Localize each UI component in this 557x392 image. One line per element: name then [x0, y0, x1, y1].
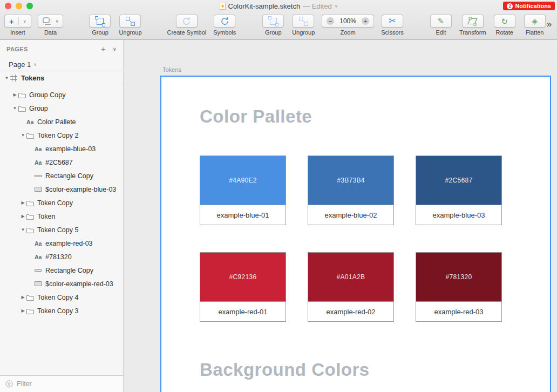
- artboard-tokens[interactable]: Color Pallete #4A90E2example-blue-01#3B7…: [160, 76, 551, 392]
- minimize-button[interactable]: [16, 3, 22, 9]
- layer-row-token-copy-3[interactable]: ▶Token Copy 3: [0, 304, 123, 317]
- toolbar-button-data[interactable]: ∨Data: [38, 15, 64, 36]
- toolbar-label: Create Symbol: [167, 29, 206, 36]
- group-icon[interactable]: [262, 15, 284, 28]
- folder-layer-icon: [26, 294, 37, 301]
- disclosure-closed-icon[interactable]: ▶: [19, 308, 26, 313]
- layer-label: #2C5687: [45, 159, 73, 166]
- swatch-hex-value: #3B73B4: [337, 177, 364, 184]
- layer-label: Token Copy 4: [37, 294, 78, 301]
- disclosure-closed-icon[interactable]: ▶: [19, 200, 26, 205]
- transform-icon[interactable]: [462, 15, 484, 28]
- toolbar-button-flatten[interactable]: ◈Flatten: [523, 15, 547, 36]
- page-item-page-1[interactable]: Page 1 ∨: [0, 58, 123, 71]
- line-layer-icon: [35, 174, 45, 178]
- layer-row-color-example-red-03[interactable]: $color-example-red-03: [0, 277, 123, 290]
- document-name: ColorKit-sample.sketch: [228, 2, 301, 10]
- disclosure-closed-icon[interactable]: ▶: [19, 214, 26, 219]
- toolbar-overflow-button[interactable]: »: [547, 19, 553, 30]
- layer-row-token-copy-2[interactable]: ▼Token Copy 2: [0, 129, 123, 142]
- toolbar-button-group[interactable]: Group: [88, 15, 112, 36]
- artboard-title[interactable]: Tokens: [162, 66, 181, 73]
- palette-heading: Color Pallete: [200, 106, 312, 127]
- traffic-lights: [5, 3, 33, 9]
- disclosure-open-icon[interactable]: ▼: [11, 106, 18, 111]
- layer-row-token[interactable]: ▶Token: [0, 209, 123, 223]
- toolbar-group: +∨Insert∨Data: [4, 15, 63, 36]
- toolbar-button-rotate[interactable]: ↻Rotate: [493, 15, 517, 36]
- layer-row-group-copy[interactable]: ▶Group Copy: [0, 88, 123, 102]
- pages-title: PAGES: [6, 46, 28, 52]
- layer-label: $color-example-red-03: [45, 280, 113, 288]
- pages-collapse-icon[interactable]: ∨: [113, 46, 117, 52]
- flatten-icon[interactable]: ◈: [524, 15, 546, 28]
- swatch-example-red-01[interactable]: #C92136example-red-01: [200, 252, 286, 322]
- scissors-icon[interactable]: ✂: [382, 15, 403, 28]
- toolbar-button-insert[interactable]: +∨Insert: [4, 15, 31, 36]
- canvas[interactable]: Tokens Color Pallete #4A90E2example-blue…: [124, 40, 557, 392]
- layer-row-color-example-blue-03[interactable]: $color-example-blue-03: [0, 183, 123, 196]
- disclosure-open-icon[interactable]: ▼: [19, 133, 26, 138]
- swatch-example-red-02[interactable]: #A01A2Bexample-red-02: [308, 252, 394, 322]
- swatch-color-block: #781320: [416, 253, 501, 301]
- swatch-example-blue-01[interactable]: #4A90E2example-blue-01: [200, 156, 286, 225]
- ungroup-icon[interactable]: [119, 15, 141, 28]
- window-chrome: ColorKit-sample.sketch — Edited ∨ 2 Noti…: [0, 0, 557, 40]
- symbols-icon[interactable]: [214, 15, 235, 28]
- toolbar-button-group[interactable]: Group: [261, 15, 285, 36]
- fullscreen-button[interactable]: [26, 3, 33, 9]
- toolbar-button-ungroup[interactable]: Ungroup: [291, 15, 315, 36]
- rotate-icon[interactable]: ↻: [494, 15, 515, 28]
- add-page-button[interactable]: +: [101, 44, 106, 53]
- toolbar-button-symbols[interactable]: Symbols: [213, 15, 236, 36]
- layer-row-group[interactable]: ▼Group: [0, 102, 123, 115]
- layer-row-example-red-03[interactable]: Aaexample-red-03: [0, 236, 123, 250]
- disclosure-closed-icon[interactable]: ▶: [11, 92, 18, 97]
- layer-label: #781320: [45, 253, 72, 261]
- rect-layer-icon: [35, 187, 45, 192]
- layer-row-781320[interactable]: Aa#781320: [0, 250, 123, 263]
- folder-layer-icon: [26, 200, 37, 206]
- notifications-badge[interactable]: 2 Notifications: [503, 2, 555, 10]
- filter-input[interactable]: [17, 380, 118, 388]
- toolbar-button-scissors[interactable]: ✂Scissors: [381, 15, 404, 36]
- create-symbol-icon[interactable]: [176, 15, 198, 28]
- layer-row-color-pallete[interactable]: AaColor Pallete: [0, 115, 123, 129]
- swatch-color-block: #C92136: [200, 253, 286, 301]
- text-layer-icon: Aa: [26, 119, 37, 125]
- data-icon[interactable]: ∨: [38, 15, 64, 28]
- folder-layer-icon: [26, 132, 37, 139]
- toolbar-button-edit[interactable]: ✎Edit: [429, 15, 453, 36]
- layer-row-token-copy[interactable]: ▶Token Copy: [0, 196, 123, 209]
- group-icon[interactable]: [89, 15, 111, 28]
- titlebar[interactable]: ColorKit-sample.sketch — Edited ∨ 2 Noti…: [0, 0, 557, 12]
- toolbar-button-transform[interactable]: Transform: [459, 15, 486, 36]
- toolbar-button-create-symbol[interactable]: Create Symbol: [167, 15, 206, 36]
- layer-row-token-copy-5[interactable]: ▼Token Copy 5: [0, 223, 123, 236]
- layer-row-2c5687[interactable]: Aa#2C5687: [0, 156, 123, 169]
- layer-row-tokens[interactable]: ▼Tokens: [0, 71, 123, 85]
- layer-label: Token Copy 3: [37, 307, 78, 315]
- edit-icon[interactable]: ✎: [430, 15, 452, 28]
- background-heading: Background Colors: [200, 360, 370, 380]
- close-button[interactable]: [5, 3, 11, 9]
- ungroup-icon[interactable]: [293, 15, 314, 28]
- disclosure-open-icon[interactable]: ▼: [19, 227, 26, 232]
- toolbar-button-ungroup[interactable]: Ungroup: [118, 15, 142, 36]
- insert-icon[interactable]: +∨: [4, 15, 31, 28]
- swatch-example-red-03[interactable]: #781320example-red-03: [416, 252, 502, 322]
- layer-row-rectangle-copy[interactable]: Rectangle Copy: [0, 263, 123, 277]
- layer-label: Group Copy: [29, 91, 65, 99]
- swatch-example-blue-03[interactable]: #2C5687example-blue-03: [416, 156, 502, 225]
- swatch-row: #C92136example-red-01#A01A2Bexample-red-…: [200, 252, 502, 322]
- disclosure-open-icon[interactable]: ▼: [3, 76, 10, 80]
- zoom-icon[interactable]: −100%+: [322, 15, 374, 28]
- toolbar-label: Ungroup: [119, 29, 141, 36]
- toolbar-button-zoom[interactable]: −100%+Zoom: [322, 15, 374, 36]
- layer-row-example-blue-03[interactable]: Aaexample-blue-03: [0, 142, 123, 156]
- layer-row-token-copy-4[interactable]: ▶Token Copy 4: [0, 290, 123, 304]
- swatch-example-blue-02[interactable]: #3B73B4example-blue-02: [308, 156, 394, 225]
- layer-row-rectangle-copy[interactable]: Rectangle Copy: [0, 169, 123, 183]
- title-chevron-icon[interactable]: ∨: [335, 4, 338, 9]
- disclosure-closed-icon[interactable]: ▶: [19, 295, 26, 300]
